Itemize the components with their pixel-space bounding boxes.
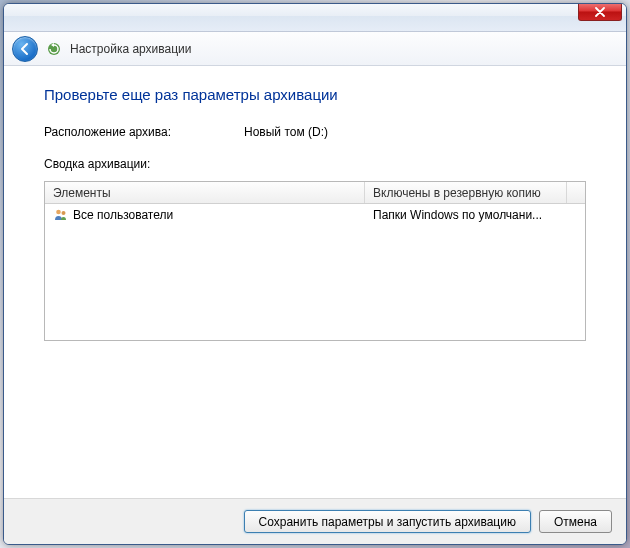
arrow-left-icon [18,42,32,56]
location-label: Расположение архива: [44,125,244,139]
list-item-value: Папки Windows по умолчани... [373,208,542,222]
summary-label: Сводка архивации: [44,157,586,171]
column-header-elements[interactable]: Элементы [45,182,365,203]
close-icon [595,7,605,17]
location-row: Расположение архива: Новый том (D:) [44,125,586,139]
list-item[interactable]: Все пользователи Папки Windows по умолча… [45,204,585,226]
titlebar [4,4,626,32]
back-button[interactable] [12,36,38,62]
column-header-included[interactable]: Включены в резервную копию [365,182,567,203]
list-item-name-cell: Все пользователи [45,205,365,225]
dialog-footer: Сохранить параметры и запустить архиваци… [4,498,626,544]
column-header-included-label: Включены в резервную копию [373,186,541,200]
list-item-value-cell: Папки Windows по умолчани... [365,206,585,224]
content-area: Проверьте еще раз параметры архивации Ра… [4,66,626,498]
backup-icon [46,41,62,57]
location-value: Новый том (D:) [244,125,328,139]
column-header-elements-label: Элементы [53,186,111,200]
close-button[interactable] [578,3,622,21]
save-and-run-button[interactable]: Сохранить параметры и запустить архиваци… [244,510,531,533]
save-button-label: Сохранить параметры и запустить архиваци… [259,515,516,529]
dialog-window: Настройка архивации Проверьте еще раз па… [3,3,627,545]
cancel-button[interactable]: Отмена [539,510,612,533]
navbar: Настройка архивации [4,32,626,66]
page-heading: Проверьте еще раз параметры архивации [44,86,586,103]
list-item-name: Все пользователи [73,208,173,222]
window-title: Настройка архивации [70,42,192,56]
summary-listview[interactable]: Элементы Включены в резервную копию [44,181,586,341]
users-icon [53,207,69,223]
cancel-button-label: Отмена [554,515,597,529]
column-header-spacer [567,182,585,203]
listview-header: Элементы Включены в резервную копию [45,182,585,204]
svg-point-1 [56,210,61,215]
svg-point-2 [62,211,66,215]
